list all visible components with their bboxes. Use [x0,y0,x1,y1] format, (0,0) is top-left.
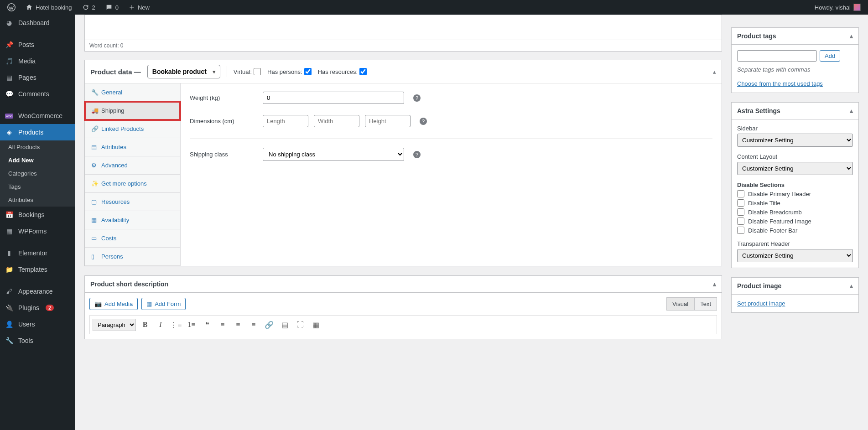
tab-availability[interactable]: ▦Availability [85,211,180,229]
menu-woocommerce[interactable]: wooWooCommerce [0,108,75,124]
help-icon[interactable]: ? [413,151,421,158]
fullscreen-button[interactable]: ⛶ [294,318,307,331]
form-icon: ▦ [146,300,152,307]
menu-elementor[interactable]: ▮Elementor [0,245,75,261]
menu-media[interactable]: 🎵Media [0,53,75,69]
length-input[interactable] [263,115,308,127]
menu-appearance[interactable]: 🖌Appearance [0,283,75,300]
tab-linked[interactable]: 🔗Linked Products [85,120,180,138]
toolbar-toggle-button[interactable]: ▦ [309,318,322,331]
tab-advanced[interactable]: ⚙Advanced [85,156,180,175]
sub-add-new[interactable]: Add New [0,154,75,167]
trans-select[interactable]: Customizer Setting [737,249,853,262]
product-tags-panel: Product tags▴ Add Separate tags with com… [731,27,859,93]
align-center-button[interactable]: ≡ [232,318,244,331]
panel-toggle[interactable]: ▴ [713,68,716,75]
disable-footer-bar[interactable]: Disable Footer Bar [737,227,853,234]
dashboard-icon: ◕ [5,18,14,27]
virtual-option[interactable]: Virtual: [234,68,261,75]
tab-general[interactable]: 🔧General [85,83,180,102]
sub-categories[interactable]: Categories [0,167,75,180]
link-button[interactable]: 🔗 [263,318,275,331]
menu-products[interactable]: ◈Products [0,124,75,140]
short-desc-title: Product short description [90,280,168,288]
virtual-checkbox[interactable] [254,68,261,75]
menu-bookings[interactable]: 📅Bookings [0,207,75,223]
sub-attributes[interactable]: Attributes [0,193,75,207]
tab-persons[interactable]: ▯Persons [85,248,180,266]
panel-toggle[interactable]: ▴ [713,280,716,288]
product-data-panel: Product data — Bookable product Virtual:… [84,60,722,266]
help-icon[interactable]: ? [420,118,427,125]
wp-logo[interactable] [4,0,19,15]
help-icon[interactable]: ? [413,94,421,102]
sub-all-products[interactable]: All Products [0,140,75,154]
add-media-button[interactable]: 📷Add Media [89,298,138,310]
disable-primary-header[interactable]: Disable Primary Header [737,190,853,197]
wrench-icon: 🔧 [91,89,98,96]
italic-button[interactable]: I [154,318,167,331]
menu-plugins[interactable]: 🔌Plugins2 [0,300,75,316]
tab-costs[interactable]: ▭Costs [85,229,180,248]
format-select[interactable]: Paragraph [93,319,136,331]
tab-attributes[interactable]: ▤Attributes [85,138,180,156]
layout-select[interactable]: Customizer Setting [737,162,853,175]
has-resources-checkbox[interactable] [359,68,367,75]
has-resources-option[interactable]: Has resources: [318,68,367,75]
updates-link[interactable]: 2 [78,0,99,15]
sidebar-select[interactable]: Customizer Setting [737,134,853,147]
bold-button[interactable]: B [139,318,151,331]
calendar-icon: ▦ [91,217,98,223]
panel-toggle[interactable]: ▴ [850,107,853,114]
link-icon: 🔗 [91,125,98,132]
has-persons-option[interactable]: Has persons: [267,68,312,75]
howdy-link[interactable]: Howdy, vishal [811,0,864,15]
gear-icon: ⚙ [91,162,98,169]
menu-pages[interactable]: ▤Pages [0,69,75,86]
editor-box: Word count: 0 [84,15,722,52]
shipping-class-label: Shipping class [190,151,254,158]
add-form-button[interactable]: ▦Add Form [141,298,186,310]
align-left-button[interactable]: ≡ [216,318,229,331]
more-button[interactable]: ▤ [278,318,291,331]
tab-shipping[interactable]: 🚚Shipping [85,102,180,120]
panel-toggle[interactable]: ▴ [850,32,853,40]
menu-templates[interactable]: 📁Templates [0,261,75,278]
disable-featured-image[interactable]: Disable Featured Image [737,218,853,225]
set-product-image-link[interactable]: Set product image [737,300,785,307]
visual-tab[interactable]: Visual [666,297,694,311]
quote-button[interactable]: ❝ [201,318,213,331]
menu-tools[interactable]: 🔧Tools [0,332,75,349]
weight-input[interactable] [263,92,404,104]
menu-users[interactable]: 👤Users [0,316,75,332]
panel-toggle[interactable]: ▴ [850,282,853,290]
menu-posts[interactable]: 📌Posts [0,36,75,53]
tab-more[interactable]: ✨Get more options [85,175,180,193]
ul-button[interactable]: ⋮≡ [170,318,182,331]
product-image-title: Product image [737,282,781,290]
admin-bar: Hotel booking 2 0 New Howdy, vishal [0,0,868,15]
disable-title[interactable]: Disable Title [737,199,853,207]
site-link[interactable]: Hotel booking [22,0,76,15]
sub-tags[interactable]: Tags [0,180,75,193]
add-tag-button[interactable]: Add [820,50,840,62]
menu-dashboard[interactable]: ◕Dashboard [0,15,75,31]
choose-tags-link[interactable]: Choose from the most used tags [737,80,823,87]
menu-comments[interactable]: 💬Comments [0,86,75,102]
align-right-button[interactable]: ≡ [247,318,260,331]
menu-wpforms[interactable]: ▦WPForms [0,223,75,239]
trans-label: Transparent Header [737,240,853,247]
ol-button[interactable]: 1≡ [185,318,198,331]
height-input[interactable] [365,115,411,127]
tag-input[interactable] [737,50,817,62]
disable-breadcrumb[interactable]: Disable Breadcrumb [737,208,853,216]
product-type-select[interactable]: Bookable product [147,65,220,78]
text-tab[interactable]: Text [694,297,717,311]
has-persons-checkbox[interactable] [304,68,312,75]
width-input[interactable] [314,115,359,127]
tab-resources[interactable]: ▢Resources [85,193,180,211]
new-link[interactable]: New [125,0,153,15]
comments-link[interactable]: 0 [102,0,122,15]
disable-checks: Disable Primary Header Disable Title Dis… [737,190,853,234]
shipping-class-select[interactable]: No shipping class [263,148,404,161]
